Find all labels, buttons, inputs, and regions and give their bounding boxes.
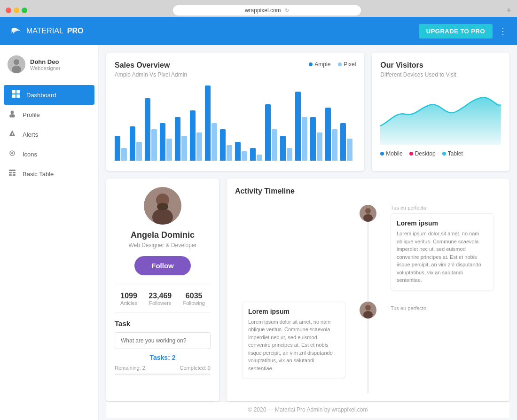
sidebar: Dohn Deo Webdesigner Dashboard P — [0, 45, 99, 420]
sidebar-item-profile[interactable]: Profile — [0, 105, 98, 124]
bar-pixel — [196, 132, 202, 161]
svg-rect-13 — [9, 170, 16, 171]
tasks-footer: Remaining: 2 Completed: 0 — [115, 365, 211, 371]
visitors-subtitle: Different Devices Used to Visit — [380, 71, 501, 78]
sidebar-item-dashboard[interactable]: Dashboard — [4, 85, 94, 105]
profile-avatar — [144, 187, 181, 225]
tasks-count: Tasks: 2 — [115, 354, 211, 361]
bar-ample — [295, 92, 301, 161]
sidebar-item-label-basic-table: Basic Table — [23, 171, 54, 178]
bar-group — [310, 117, 322, 161]
timeline-card-item-1: Lorem ipsum Lorem ipsum dolor sit amet, … — [391, 213, 494, 290]
bar-ample — [280, 136, 286, 161]
svg-point-2 — [12, 66, 21, 73]
svg-point-23 — [365, 208, 371, 214]
timeline-card-text-1: Lorem ipsum dolor sit amet, no nam obliq… — [397, 230, 488, 284]
bar-group — [340, 123, 352, 161]
bar-pixel — [166, 139, 172, 161]
bar-ample — [325, 108, 331, 161]
user-role: Webdesigner — [30, 65, 61, 71]
bar-ample — [250, 148, 256, 161]
mobile-dot — [380, 152, 384, 156]
bar-group — [130, 126, 142, 161]
bar-pixel — [136, 142, 142, 161]
bar-group — [160, 123, 172, 161]
bar-ample — [205, 86, 211, 161]
bar-ample — [340, 123, 346, 161]
bar-group — [295, 92, 307, 161]
sidebar-item-label-profile: Profile — [23, 111, 40, 118]
profile-card: Angela Dominic Web Designer & Developer … — [106, 179, 219, 401]
app-footer: © 2020 — Material Pro Admin by wrappixel… — [106, 401, 509, 418]
ample-dot — [309, 62, 313, 66]
tablet-dot — [442, 152, 446, 156]
desktop-dot — [409, 152, 413, 156]
stat-followers-label: Followers — [149, 300, 172, 306]
sidebar-item-alerts[interactable]: Alerts — [0, 124, 98, 144]
svg-rect-14 — [9, 172, 12, 173]
bar-ample — [235, 142, 241, 161]
svg-rect-15 — [13, 172, 16, 173]
stat-following: 6035 Following — [183, 292, 204, 306]
sidebar-item-label-dashboard: Dashboard — [26, 92, 56, 99]
bar-pixel — [151, 129, 157, 161]
upgrade-button[interactable]: UPGRADE TO PRO — [419, 24, 493, 39]
bar-ample — [160, 123, 165, 161]
svg-point-26 — [365, 305, 371, 311]
sidebar-item-basic-table[interactable]: Basic Table — [0, 164, 98, 184]
address-bar[interactable]: wrappixel.com ↻ — [173, 5, 361, 16]
new-tab-button[interactable]: + — [506, 6, 511, 16]
timeline-right-2: Tus eu perfecto — [376, 302, 501, 311]
browser-dot-green — [22, 8, 27, 13]
top-header: MATERIALPRO UPGRADE TO PRO ⋮ — [0, 17, 517, 45]
bar-group — [220, 129, 232, 161]
follow-button[interactable]: Follow — [134, 256, 191, 275]
dashboard-icon — [11, 90, 21, 100]
logo-material: MATERIAL — [26, 27, 63, 35]
sidebar-item-icons[interactable]: Icons — [0, 144, 98, 164]
task-progress-bar-bg — [115, 373, 211, 375]
stat-following-label: Following — [183, 300, 204, 306]
icons-icon — [8, 149, 17, 159]
timeline-container: Tus eu perfecto Lorem ipsum Lorem ipsum … — [235, 205, 501, 393]
stat-articles-label: Articles — [120, 300, 137, 306]
bar-pixel — [121, 148, 127, 161]
timeline-row-1: Tus eu perfecto Lorem ipsum Lorem ipsum … — [235, 205, 501, 290]
bar-pixel — [242, 151, 247, 161]
bar-ample — [115, 136, 120, 161]
timeline-card-item-2: Lorem ipsum Lorem ipsum dolor sit amet, … — [242, 302, 345, 379]
task-section: Task Tasks: 2 Remaining: 2 Completed: 0 — [115, 312, 211, 375]
pixel-label: Pixel — [344, 61, 356, 68]
svg-point-21 — [157, 203, 168, 210]
svg-point-1 — [14, 59, 19, 65]
main-layout: Dohn Deo Webdesigner Dashboard P — [0, 45, 517, 420]
svg-rect-3 — [12, 90, 16, 93]
logo-icon — [9, 24, 23, 38]
task-input[interactable] — [115, 332, 211, 349]
bar-pixel — [257, 155, 262, 161]
reload-icon[interactable]: ↻ — [285, 8, 289, 14]
visitors-title: Our Visitors — [380, 61, 501, 70]
sales-bar-chart — [115, 87, 356, 163]
more-icon[interactable]: ⋮ — [498, 25, 508, 37]
timeline-right-1: Tus eu perfecto Lorem ipsum Lorem ipsum … — [376, 205, 501, 290]
bar-group — [175, 117, 187, 161]
bar-group — [235, 142, 247, 161]
bar-group — [265, 104, 277, 161]
bar-ample — [175, 117, 180, 161]
timeline-label-2: Tus eu perfecto — [391, 305, 501, 311]
stat-following-value: 6035 — [183, 292, 204, 300]
bar-ample — [220, 129, 226, 161]
url-text: wrappixel.com — [245, 7, 281, 14]
bar-group — [115, 136, 127, 161]
sales-overview-card: Sales Overview Amplo Admin Vs Pixel Admi… — [106, 53, 364, 171]
desktop-label: Desktop — [415, 150, 436, 157]
bar-pixel — [212, 123, 217, 161]
sidebar-item-label-icons: Icons — [23, 151, 37, 158]
content-area: Sales Overview Amplo Admin Vs Pixel Admi… — [99, 45, 517, 420]
logo-pro: PRO — [67, 27, 84, 35]
table-icon — [8, 169, 17, 179]
user-info: Dohn Deo Webdesigner — [30, 58, 61, 71]
footer-text: © 2020 — Material Pro Admin by wrappixel… — [248, 406, 368, 413]
timeline-card-title-1: Lorem ipsum — [397, 219, 488, 227]
